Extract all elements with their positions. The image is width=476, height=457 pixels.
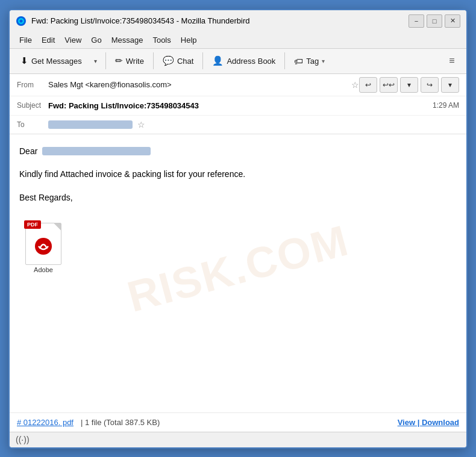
forward-button[interactable]: ↪ bbox=[421, 77, 439, 93]
minimize-button[interactable]: − bbox=[409, 14, 424, 28]
main-window: Fwd: Packing List/Invoice:735498034543 -… bbox=[8, 9, 468, 449]
pdf-badge: PDF bbox=[24, 220, 41, 229]
tag-icon: 🏷 bbox=[294, 56, 303, 66]
email-time: 1:29 AM bbox=[433, 101, 459, 110]
menu-tools[interactable]: Tools bbox=[148, 34, 175, 46]
dear-line: Dear bbox=[19, 146, 457, 156]
header-nav-actions: ↩ ↩↩ ▾ ↪ ▾ bbox=[359, 77, 459, 93]
email-body: RISK.COM Dear Kindly find Attached invoi… bbox=[10, 134, 466, 412]
attachment-area: PDF Adobe bbox=[19, 220, 457, 273]
chat-button[interactable]: 💬 Chat bbox=[157, 52, 199, 69]
toolbar-separator-4 bbox=[284, 52, 285, 69]
write-label: Write bbox=[126, 57, 144, 66]
to-row: To ☆ bbox=[10, 116, 466, 134]
thunderbird-icon bbox=[16, 16, 27, 26]
regards-line: Best Regards, bbox=[19, 193, 457, 202]
body-content: Dear Kindly find Attached invoice & pack… bbox=[19, 146, 457, 273]
attachment-actions[interactable]: View | Download bbox=[398, 418, 459, 427]
pdf-icon: PDF bbox=[24, 220, 63, 265]
title-bar-controls: − □ ✕ bbox=[409, 14, 460, 28]
reply-button[interactable]: ↩ bbox=[359, 77, 377, 93]
address-book-label: Address Book bbox=[227, 57, 275, 66]
subject-label: Subject bbox=[17, 101, 48, 110]
get-messages-dropdown[interactable]: ▾ bbox=[89, 52, 102, 70]
from-value: Sales Mgt <karen@fionasolis.com> bbox=[48, 80, 348, 89]
toolbar: ⬇ Get Messages ▾ ✏ Write 💬 Chat 👤 Addres… bbox=[10, 49, 466, 74]
toolbar-separator-1 bbox=[105, 52, 106, 69]
email-header: From Sales Mgt <karen@fionasolis.com> ☆ … bbox=[10, 74, 466, 134]
attachment-fileinfo: | 1 file (Total 387.5 KB) bbox=[81, 418, 160, 427]
svg-point-2 bbox=[20, 19, 23, 22]
toolbar-separator-3 bbox=[202, 52, 203, 69]
window-title: Fwd: Packing List/Invoice:735498034543 -… bbox=[31, 16, 250, 25]
to-label: To bbox=[17, 120, 48, 129]
menu-help[interactable]: Help bbox=[176, 34, 202, 46]
menu-bar: File Edit View Go Message Tools Help bbox=[10, 32, 466, 49]
address-book-icon: 👤 bbox=[212, 55, 224, 66]
from-row: From Sales Mgt <karen@fionasolis.com> ☆ … bbox=[10, 74, 466, 96]
get-messages-button[interactable]: ⬇ Get Messages bbox=[14, 52, 88, 69]
reply-all-button[interactable]: ↩↩ bbox=[380, 77, 398, 93]
write-button[interactable]: ✏ Write bbox=[109, 52, 150, 69]
tag-label: Tag bbox=[306, 57, 319, 66]
title-bar: Fwd: Packing List/Invoice:735498034543 -… bbox=[10, 10, 466, 32]
subject-row: Subject Fwd: Packing List/Invoice:735498… bbox=[10, 96, 466, 116]
address-book-button[interactable]: 👤 Address Book bbox=[206, 52, 281, 69]
hamburger-icon: ≡ bbox=[449, 55, 454, 66]
from-star-icon[interactable]: ☆ bbox=[351, 80, 359, 90]
write-icon: ✏ bbox=[115, 55, 123, 66]
tag-dropdown-icon: ▾ bbox=[322, 58, 325, 64]
menu-file[interactable]: File bbox=[14, 34, 37, 46]
get-messages-label: Get Messages bbox=[31, 57, 82, 66]
nav-down2-button[interactable]: ▾ bbox=[441, 77, 459, 93]
pdf-acrobat-icon bbox=[33, 235, 54, 261]
subject-value: Fwd: Packing List/Invoice:735498034543 bbox=[48, 101, 433, 110]
hamburger-menu-button[interactable]: ≡ bbox=[442, 52, 462, 70]
maximize-button[interactable]: □ bbox=[427, 14, 442, 28]
from-label: From bbox=[17, 81, 48, 89]
dear-prefix: Dear bbox=[19, 146, 37, 156]
menu-edit[interactable]: Edit bbox=[37, 34, 60, 46]
attachment-bar: # 01222016. pdf | 1 file (Total 387.5 KB… bbox=[10, 412, 466, 432]
to-value-blurred bbox=[48, 120, 133, 129]
attachment-filename[interactable]: # 01222016. pdf bbox=[17, 418, 74, 427]
nav-down-button[interactable]: ▾ bbox=[400, 77, 418, 93]
chat-label: Chat bbox=[177, 57, 193, 66]
tag-button[interactable]: 🏷 Tag ▾ bbox=[288, 53, 331, 69]
menu-message[interactable]: Message bbox=[107, 34, 148, 46]
menu-view[interactable]: View bbox=[60, 34, 86, 46]
pdf-attachment-icon[interactable]: PDF Adobe bbox=[19, 220, 67, 273]
body-paragraph: Kindly find Attached invoice & packing l… bbox=[19, 168, 457, 181]
connection-status-icon: ((·)) bbox=[16, 435, 30, 444]
title-bar-left: Fwd: Packing List/Invoice:735498034543 -… bbox=[16, 16, 250, 26]
to-star-icon[interactable]: ☆ bbox=[137, 120, 145, 129]
pdf-label: Adobe bbox=[34, 266, 53, 273]
menu-go[interactable]: Go bbox=[86, 34, 106, 46]
status-bar: ((·)) bbox=[10, 432, 466, 447]
close-button[interactable]: ✕ bbox=[445, 14, 460, 28]
toolbar-separator-2 bbox=[153, 52, 154, 69]
chat-icon: 💬 bbox=[163, 55, 174, 66]
get-messages-icon: ⬇ bbox=[20, 55, 28, 66]
recipient-name-blurred bbox=[42, 147, 151, 155]
